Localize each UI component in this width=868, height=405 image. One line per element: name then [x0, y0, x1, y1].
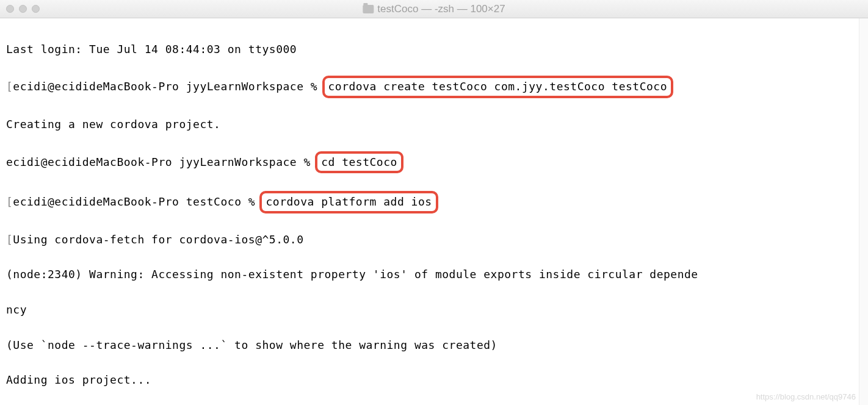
bracket-open: [	[6, 195, 13, 208]
highlighted-command-1: cordova create testCoco com.jyy.testCoco…	[322, 76, 674, 98]
folder-icon	[363, 5, 374, 13]
minimize-button[interactable]	[19, 5, 27, 13]
traffic-lights	[6, 5, 40, 13]
output-text: (node:2340) Warning: Accessing non-exist…	[6, 268, 698, 281]
window-titlebar: testCoco — -zsh — 100×27	[0, 0, 868, 18]
prompt-text: ecidi@ecidideMacBook-Pro jyyLearnWorkspa…	[13, 80, 324, 93]
prompt-text: ecidi@ecidideMacBook-Pro testCoco %	[13, 195, 262, 208]
prompt-text: ecidi@ecidideMacBook-Pro jyyLearnWorkspa…	[6, 156, 317, 168]
command-text: cordova platform add ios	[266, 195, 432, 208]
terminal-line: [ecidi@ecidideMacBook-Pro jyyLearnWorksp…	[6, 76, 862, 98]
window-title-wrapper: testCoco — -zsh — 100×27	[363, 3, 505, 15]
command-text: cordova create testCoco com.jyy.testCoco…	[328, 80, 668, 93]
terminal-line: [Using cordova-fetch for cordova-ios@^5.…	[6, 231, 862, 249]
output-text: Using cordova-fetch for cordova-ios@^5.0…	[13, 233, 303, 246]
output-text: Adding ios project...	[6, 373, 151, 386]
terminal-line: (node:2340) Warning: Accessing non-exist…	[6, 266, 862, 284]
terminal-line: Adding ios project...	[6, 371, 862, 389]
terminal-line: (Use `node --trace-warnings ...` to show…	[6, 337, 862, 354]
terminal-content[interactable]: Last login: Tue Jul 14 08:44:03 on ttys0…	[0, 18, 868, 405]
terminal-line: ecidi@ecidideMacBook-Pro jyyLearnWorkspa…	[6, 151, 862, 174]
terminal-line: Last login: Tue Jul 14 08:44:03 on ttys0…	[6, 41, 862, 59]
window-title: testCoco — -zsh — 100×27	[377, 3, 505, 15]
output-text: (Use `node --trace-warnings ...` to show…	[6, 339, 497, 351]
output-text: Creating a new cordova project.	[6, 118, 220, 131]
bracket-open: [	[6, 233, 13, 246]
last-login-text: Last login: Tue Jul 14 08:44:03 on ttys0…	[6, 43, 297, 56]
output-text: ncy	[6, 303, 27, 316]
scrollbar[interactable]	[859, 18, 868, 405]
highlighted-command-3: cordova platform add ios	[259, 191, 438, 213]
terminal-line: ncy	[6, 301, 862, 319]
maximize-button[interactable]	[32, 5, 40, 13]
bracket-open: [	[6, 80, 13, 93]
close-button[interactable]	[6, 5, 14, 13]
terminal-line: Creating a new cordova project.	[6, 116, 862, 134]
command-text: cd testCoco	[321, 156, 397, 168]
watermark-text: https://blog.csdn.net/qq9746	[756, 392, 856, 401]
terminal-line: [ecidi@ecidideMacBook-Pro testCoco % cor…	[6, 191, 862, 213]
highlighted-command-2: cd testCoco	[315, 151, 403, 174]
